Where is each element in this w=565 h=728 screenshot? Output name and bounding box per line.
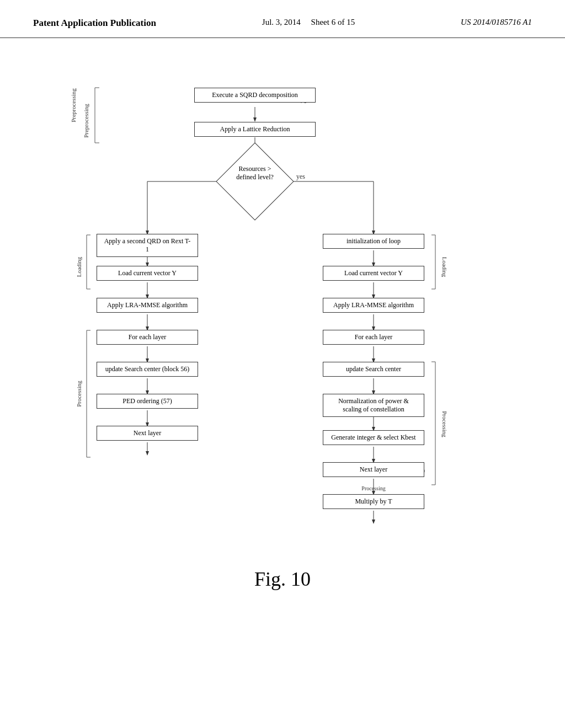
svg-text:Processing: Processing [76, 381, 82, 407]
box-87: update Search center (block 56) [97, 362, 198, 377]
box-94: Load current vector Y [323, 266, 424, 281]
header-center: Jul. 3, 2014 Sheet 6 of 15 [262, 18, 355, 27]
box-93: initialization of loop [323, 234, 424, 249]
box-85: Apply LRA-MMSE algorithm [97, 298, 198, 313]
box-71: Execute a SQRD decomposition [194, 88, 316, 103]
page-header: Patent Application Publication Jul. 3, 2… [0, 0, 565, 38]
box-83: Apply a second QRD on Rext T-1 [97, 234, 198, 257]
flowchart: no yes Preprocessing 71 72 73 83 84 85 8… [45, 71, 520, 551]
box-100: Next layer [323, 462, 424, 477]
box-97: update Search center [323, 362, 424, 377]
publication-title: Patent Application Publication [33, 18, 156, 29]
box-101: Multiply by T [323, 494, 424, 509]
svg-text:Preprocessing: Preprocessing [70, 88, 77, 122]
diamond-73: Resources > defined level? [211, 154, 299, 209]
svg-text:Loading: Loading [76, 256, 82, 277]
box-86: For each layer [97, 330, 198, 345]
box-98: Normalization of power & scaling of cons… [323, 394, 424, 417]
box-96: For each layer [323, 330, 424, 345]
box-89: Next layer [97, 426, 198, 441]
box-84: Load current vector Y [97, 266, 198, 281]
patent-number: US 2014/0185716 A1 [461, 18, 532, 27]
figure-label: Fig. 10 [254, 568, 311, 591]
page-content: no yes Preprocessing 71 72 73 83 84 85 8… [0, 38, 565, 613]
svg-text:Preprocessing: Preprocessing [83, 104, 89, 138]
box-88: PED ordering (57) [97, 394, 198, 409]
svg-text:Processing: Processing [361, 485, 385, 491]
pub-date: Jul. 3, 2014 [262, 18, 301, 26]
box-99: Generate integer & select Kbest [323, 430, 424, 445]
box-95: Apply LRA-MMSE algorithm [323, 298, 424, 313]
svg-text:Loading: Loading [441, 257, 448, 277]
box-72: Apply a Lattice Reduction [194, 122, 316, 137]
sheet-number: Sheet 6 of 15 [311, 18, 355, 26]
svg-text:Processing: Processing [441, 411, 448, 437]
